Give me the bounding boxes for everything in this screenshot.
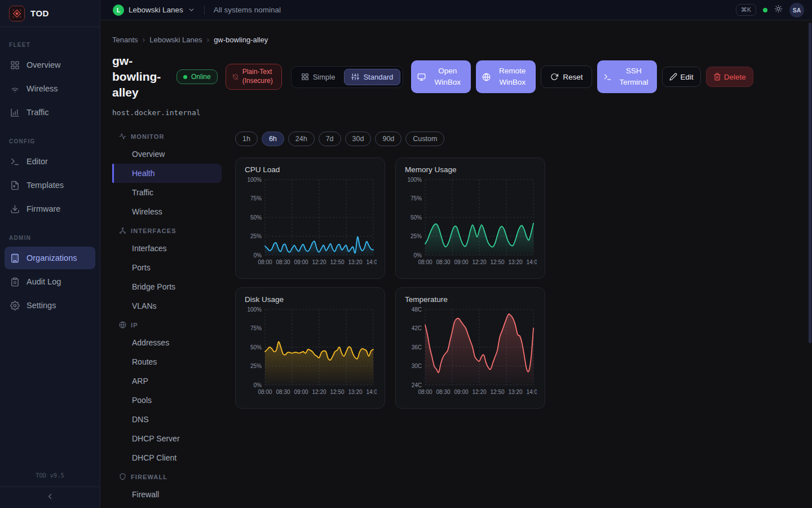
wifi-icon	[10, 84, 20, 94]
reset-button[interactable]: Reset	[541, 65, 592, 88]
chart-title: Memory Usage	[405, 165, 536, 174]
chart-grid: CPU Load100%75%50%25%0%08:0008:3009:0012…	[235, 157, 545, 409]
sidebar-item-firmware[interactable]: Firmware	[5, 198, 95, 220]
sidebar-item-traffic[interactable]: Traffic	[5, 101, 95, 124]
chart-title: Disk Usage	[245, 295, 376, 304]
breadcrumb: Tenants›Lebowski Lanes›gw-bowling-alley	[112, 35, 806, 44]
main-content: Tenants›Lebowski Lanes›gw-bowling-alley …	[100, 20, 812, 508]
monitor-icon	[417, 73, 426, 81]
svg-text:12:50: 12:50	[490, 389, 504, 395]
svg-text:08:00: 08:00	[258, 389, 272, 395]
button-label: Delete	[724, 73, 746, 81]
view-mode-toggle: SimpleStandard	[291, 66, 404, 88]
open-winbox-button[interactable]: Open WinBox	[411, 60, 471, 93]
remote-winbox-button[interactable]: Remote WinBox	[476, 60, 536, 93]
svg-text:13:20: 13:20	[508, 259, 522, 265]
chart-card-memory-usage: Memory Usage100%75%50%25%0%08:0008:3009:…	[395, 157, 545, 279]
time-range-6h[interactable]: 6h	[262, 132, 284, 146]
security-badge: Plain-Text (Insecure)	[226, 64, 282, 89]
breadcrumb-item-tenants[interactable]: Tenants	[112, 36, 138, 44]
time-range-selector: 1h6h24h7d30d90dCustom	[235, 132, 545, 146]
subnav-item-dhcp-server[interactable]: DHCP Server	[112, 429, 222, 448]
sidebar-section-fleet: FLEET	[0, 42, 100, 48]
file-icon	[10, 181, 20, 190]
sidebar-item-label: Organizations	[27, 253, 77, 262]
bar-chart-icon	[10, 108, 20, 117]
theme-toggle-button[interactable]	[774, 5, 783, 15]
sidebar-item-settings[interactable]: Settings	[5, 294, 95, 317]
subnav-section-monitor: MONITOR	[112, 127, 222, 144]
svg-text:14:00: 14:00	[366, 389, 377, 395]
svg-text:08:00: 08:00	[258, 259, 272, 265]
tenant-switcher[interactable]: L Lebowski Lanes	[113, 5, 195, 16]
scrollbar-thumb[interactable]	[809, 23, 811, 343]
network-icon	[119, 227, 126, 234]
svg-text:30C: 30C	[412, 363, 422, 369]
svg-text:25%: 25%	[411, 233, 422, 239]
svg-text:100%: 100%	[407, 177, 422, 183]
breadcrumb-separator: ›	[143, 35, 145, 44]
time-range-7d[interactable]: 7d	[319, 132, 341, 146]
sidebar-item-label: Editor	[27, 157, 48, 166]
subnav-item-wireless[interactable]: Wireless	[112, 202, 222, 221]
sidebar-item-templates[interactable]: Templates	[5, 174, 95, 196]
svg-text:14:00: 14:00	[526, 259, 537, 265]
edit-button[interactable]: Edit	[662, 67, 700, 87]
svg-text:48C: 48C	[412, 306, 422, 313]
sidebar-item-organizations[interactable]: Organizations	[5, 247, 95, 269]
mode-option-standard[interactable]: Standard	[344, 69, 400, 85]
time-range-custom[interactable]: Custom	[405, 132, 444, 146]
chevron-down-icon	[188, 6, 195, 14]
building-icon	[10, 253, 20, 263]
time-range-1h[interactable]: 1h	[235, 132, 258, 146]
device-host: host.docker.internal	[112, 108, 806, 117]
command-palette-shortcut[interactable]: ⌘K	[736, 4, 756, 16]
sidebar-item-wireless[interactable]: Wireless	[5, 77, 95, 100]
breadcrumb-item-lebowski-lanes[interactable]: Lebowski Lanes	[149, 36, 202, 44]
delete-button[interactable]: Delete	[706, 67, 753, 87]
subnav-item-health[interactable]: Health	[112, 164, 222, 183]
ssh-terminal-button[interactable]: SSH Terminal	[597, 60, 657, 93]
time-range-90d[interactable]: 90d	[375, 132, 401, 146]
subnav-item-overview[interactable]: Overview	[112, 144, 222, 164]
time-range-24h[interactable]: 24h	[288, 132, 315, 146]
svg-text:75%: 75%	[250, 325, 262, 331]
sidebar-item-editor[interactable]: Editor	[5, 150, 95, 173]
terminal-icon	[603, 73, 612, 81]
user-avatar[interactable]: SA	[789, 3, 804, 17]
subnav-item-arp[interactable]: ARP	[112, 371, 222, 391]
svg-text:13:20: 13:20	[508, 389, 522, 395]
subnav-item-traffic[interactable]: Traffic	[112, 183, 222, 202]
subnav-item-pools[interactable]: Pools	[112, 391, 222, 410]
mode-option-label: Standard	[363, 73, 393, 81]
activity-icon	[119, 133, 126, 140]
subnav-item-dns[interactable]: DNS	[112, 410, 222, 429]
subnav-section-label: INTERFACES	[131, 227, 176, 234]
topbar-divider	[204, 6, 205, 15]
svg-text:25%: 25%	[250, 233, 262, 239]
mode-option-simple[interactable]: Simple	[294, 69, 343, 85]
subnav-item-ports[interactable]: Ports	[112, 258, 222, 277]
svg-text:08:30: 08:30	[436, 389, 450, 395]
subnav-item-mangle[interactable]: Mangle	[112, 504, 222, 508]
subnav-item-firewall[interactable]: Firewall	[112, 485, 222, 504]
svg-text:12:20: 12:20	[472, 389, 486, 395]
subnav-item-vlans[interactable]: VLANs	[112, 296, 222, 316]
time-range-30d[interactable]: 30d	[345, 132, 372, 146]
sidebar-item-label: Firmware	[27, 204, 60, 213]
sidebar-collapse-button[interactable]	[0, 487, 100, 508]
svg-text:75%: 75%	[411, 195, 422, 202]
svg-text:08:00: 08:00	[418, 389, 432, 395]
sidebar-item-label: Overview	[27, 60, 60, 69]
subnav-item-bridge-ports[interactable]: Bridge Ports	[112, 277, 222, 296]
content-row: MONITOROverviewHealthTrafficWirelessINTE…	[112, 127, 806, 508]
subnav-item-addresses[interactable]: Addresses	[112, 333, 222, 352]
device-subnav: MONITOROverviewHealthTrafficWirelessINTE…	[112, 127, 222, 508]
subnav-item-routes[interactable]: Routes	[112, 352, 222, 371]
sidebar-item-audit-log[interactable]: Audit Log	[5, 270, 95, 293]
svg-text:50%: 50%	[411, 214, 422, 221]
charts-column: 1h6h24h7d30d90dCustom CPU Load100%75%50%…	[235, 127, 545, 508]
subnav-item-dhcp-client[interactable]: DHCP Client	[112, 448, 222, 467]
sidebar-item-overview[interactable]: Overview	[5, 54, 95, 76]
subnav-item-interfaces[interactable]: Interfaces	[112, 239, 222, 258]
